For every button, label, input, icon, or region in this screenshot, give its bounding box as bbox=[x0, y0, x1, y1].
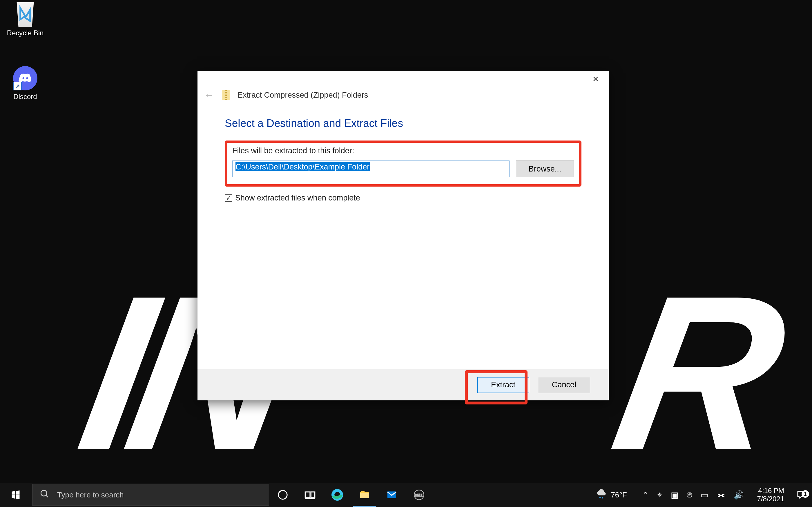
browse-button[interactable]: Browse... bbox=[516, 161, 574, 177]
wallpaper-letter-R: R bbox=[598, 246, 802, 500]
dialog-nav: ← Extract Compressed (Zipped) Folders bbox=[198, 89, 609, 101]
checkbox-icon: ✓ bbox=[225, 194, 232, 202]
cortana-icon bbox=[277, 489, 289, 501]
svg-rect-4 bbox=[311, 492, 315, 498]
cortana-button[interactable] bbox=[269, 483, 296, 507]
show-files-checkbox-row[interactable]: ✓ Show extracted files when complete bbox=[225, 193, 581, 203]
checkbox-label: Show extracted files when complete bbox=[235, 193, 360, 203]
extract-button[interactable]: Extract bbox=[477, 377, 529, 393]
dell-icon: DELL bbox=[413, 489, 425, 501]
svg-point-11 bbox=[599, 497, 601, 498]
desktop-icon-recycle-bin[interactable]: Recycle Bin bbox=[3, 2, 47, 37]
destination-label: Files will be extracted to this folder: bbox=[232, 146, 574, 155]
edge-icon bbox=[332, 489, 343, 501]
svg-text:DELL: DELL bbox=[415, 493, 423, 497]
task-view-button[interactable] bbox=[296, 483, 324, 507]
taskbar-weather[interactable]: 76°F bbox=[588, 488, 635, 502]
back-arrow-icon: ← bbox=[204, 89, 214, 101]
svg-rect-7 bbox=[360, 493, 369, 498]
tray-volume-icon[interactable]: 🔊 bbox=[734, 490, 744, 500]
tray-meetnow-icon[interactable]: ▣ bbox=[671, 490, 678, 500]
taskbar-app-dell[interactable]: DELL bbox=[405, 483, 433, 507]
tray-chevron-icon[interactable]: ⌃ bbox=[642, 490, 649, 500]
taskbar-app-edge[interactable] bbox=[324, 483, 351, 507]
taskbar-app-explorer[interactable] bbox=[351, 483, 378, 507]
destination-path-input[interactable]: C:\Users\Dell\Desktop\Example Folder bbox=[232, 161, 510, 177]
tray-wifi-icon[interactable]: ⫘ bbox=[717, 490, 725, 500]
recycle-arrows-icon bbox=[15, 5, 35, 24]
taskbar-clock[interactable]: 4:16 PM 7/8/2021 bbox=[751, 487, 791, 503]
desktop-icon-label: Recycle Bin bbox=[3, 29, 47, 37]
tray-battery-icon[interactable]: ▭ bbox=[701, 490, 708, 500]
taskbar: Type here to search DELL 76°F bbox=[0, 483, 812, 507]
taskbar-search[interactable]: Type here to search bbox=[33, 484, 269, 506]
mail-icon bbox=[386, 489, 398, 501]
dialog-title: Extract Compressed (Zipped) Folders bbox=[238, 91, 368, 100]
file-explorer-icon bbox=[359, 489, 370, 501]
path-value-selected: C:\Users\Dell\Desktop\Example Folder bbox=[236, 162, 370, 171]
notification-badge: 1 bbox=[802, 490, 809, 498]
start-button[interactable] bbox=[0, 483, 31, 507]
dialog-titlebar[interactable]: ✕ bbox=[198, 71, 609, 89]
svg-point-2 bbox=[278, 491, 287, 499]
shortcut-arrow-icon: ↗ bbox=[13, 82, 22, 91]
cancel-button[interactable]: Cancel bbox=[538, 377, 590, 393]
windows-logo-icon bbox=[10, 490, 21, 500]
weather-icon bbox=[596, 488, 607, 502]
search-placeholder: Type here to search bbox=[57, 491, 124, 500]
dialog-footer: Extract Cancel bbox=[198, 369, 609, 400]
system-tray: ⌃ ⌖ ▣ ⎚ ▭ ⫘ 🔊 bbox=[635, 490, 751, 500]
back-button[interactable]: ← bbox=[204, 89, 214, 101]
taskbar-app-mail[interactable] bbox=[378, 483, 405, 507]
svg-line-1 bbox=[46, 495, 48, 497]
dialog-body: Select a Destination and Extract Files F… bbox=[198, 101, 609, 203]
close-icon: ✕ bbox=[593, 75, 599, 84]
action-center-button[interactable]: 1 bbox=[791, 490, 812, 500]
dialog-heading: Select a Destination and Extract Files bbox=[225, 117, 581, 129]
annotation-highlight-destination: Files will be extracted to this folder: … bbox=[225, 140, 581, 186]
weather-temp: 76°F bbox=[611, 491, 627, 500]
recycle-bin-icon bbox=[13, 2, 37, 26]
tray-device-icon[interactable]: ⎚ bbox=[687, 490, 692, 500]
svg-point-0 bbox=[41, 490, 47, 496]
taskbar-right: 76°F ⌃ ⌖ ▣ ⎚ ▭ ⫘ 🔊 4:16 PM 7/8/2021 1 bbox=[588, 483, 812, 507]
discord-icon: ↗ bbox=[13, 66, 37, 91]
task-view-icon bbox=[304, 489, 316, 501]
close-button[interactable]: ✕ bbox=[582, 71, 609, 87]
desktop-icon-label: Discord bbox=[3, 93, 47, 101]
svg-rect-3 bbox=[305, 492, 310, 498]
desktop-icon-discord[interactable]: ↗ Discord bbox=[3, 66, 47, 101]
search-icon bbox=[40, 489, 50, 501]
tray-location-icon[interactable]: ⌖ bbox=[657, 490, 662, 500]
clock-date: 7/8/2021 bbox=[757, 495, 784, 503]
svg-point-12 bbox=[602, 497, 603, 498]
zip-folder-icon bbox=[222, 90, 230, 100]
desktop-screen: I N R Recycle Bin ↗ Discord ✕ ← Extract … bbox=[0, 0, 812, 507]
extract-dialog: ✕ ← Extract Compressed (Zipped) Folders … bbox=[198, 71, 609, 400]
clock-time: 4:16 PM bbox=[757, 487, 784, 495]
